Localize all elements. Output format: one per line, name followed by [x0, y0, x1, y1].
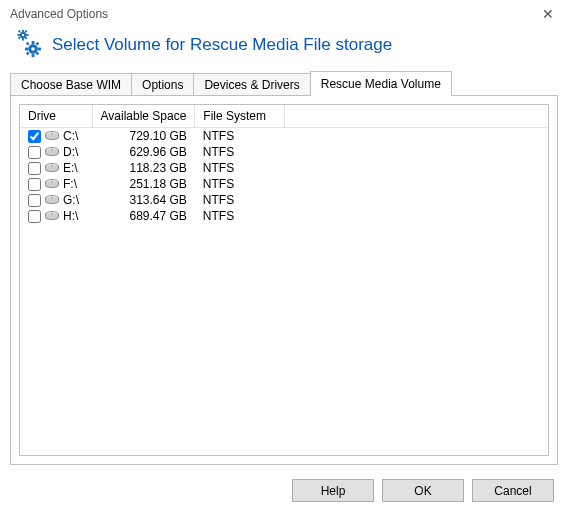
disk-icon — [44, 146, 60, 158]
table-row[interactable]: H:\689.47 GBNTFS — [20, 208, 548, 224]
tab-devices-drivers[interactable]: Devices & Drivers — [193, 73, 310, 96]
svg-rect-8 — [18, 30, 21, 33]
help-button[interactable]: Help — [292, 479, 374, 502]
ok-button[interactable]: OK — [382, 479, 464, 502]
svg-rect-13 — [38, 48, 41, 51]
drive-letter: G:\ — [63, 193, 79, 207]
drive-space: 313.64 GB — [92, 192, 195, 208]
svg-rect-5 — [25, 30, 28, 33]
drive-space: 118.23 GB — [92, 160, 195, 176]
tab-rescue-media-volume[interactable]: Rescue Media Volume — [310, 71, 452, 96]
table-row[interactable]: C:\729.10 GBNTFS — [20, 128, 548, 145]
cancel-button[interactable]: Cancel — [472, 479, 554, 502]
col-header-space[interactable]: Available Space — [92, 105, 195, 128]
svg-rect-12 — [25, 48, 28, 51]
drive-letter: C:\ — [63, 129, 78, 143]
col-header-drive[interactable]: Drive — [20, 105, 92, 128]
header: Select Volume for Rescue Media File stor… — [0, 26, 568, 70]
col-header-spacer — [285, 105, 548, 128]
svg-point-25 — [51, 181, 54, 182]
drive-checkbox[interactable] — [28, 178, 41, 191]
table-row[interactable]: E:\118.23 GBNTFS — [20, 160, 548, 176]
svg-point-0 — [21, 33, 25, 37]
svg-point-19 — [51, 133, 54, 134]
drive-fs: NTFS — [195, 128, 285, 145]
table-row[interactable]: D:\629.96 GBNTFS — [20, 144, 548, 160]
svg-rect-1 — [22, 30, 24, 32]
svg-rect-10 — [32, 41, 35, 44]
disk-icon — [44, 162, 60, 174]
drive-checkbox[interactable] — [28, 194, 41, 207]
svg-rect-17 — [26, 42, 30, 46]
titlebar: Advanced Options ✕ — [0, 0, 568, 26]
drive-fs: NTFS — [195, 160, 285, 176]
svg-point-21 — [51, 149, 54, 150]
disk-icon — [44, 178, 60, 190]
drive-space: 251.18 GB — [92, 176, 195, 192]
page-title: Select Volume for Rescue Media File stor… — [52, 35, 392, 55]
drive-table: Drive Available Space File System C:\729… — [20, 105, 548, 224]
close-icon[interactable]: ✕ — [538, 6, 558, 22]
drive-fs: NTFS — [195, 192, 285, 208]
svg-rect-4 — [26, 34, 28, 36]
svg-point-9 — [30, 46, 37, 53]
svg-point-27 — [51, 197, 54, 198]
col-header-fs[interactable]: File System — [195, 105, 285, 128]
drive-space: 629.96 GB — [92, 144, 195, 160]
disk-icon — [44, 130, 60, 142]
tabstrip: Choose Base WIMOptionsDevices & DriversR… — [0, 70, 568, 95]
drive-letter: F:\ — [63, 177, 77, 191]
svg-rect-15 — [26, 52, 30, 56]
dialog-buttons: Help OK Cancel — [0, 465, 568, 502]
svg-rect-6 — [18, 37, 21, 40]
drive-checkbox[interactable] — [28, 130, 41, 143]
tab-panel-rescue-media-volume: Drive Available Space File System C:\729… — [10, 95, 558, 465]
disk-icon — [44, 210, 60, 222]
drive-letter: E:\ — [63, 161, 78, 175]
svg-rect-2 — [22, 38, 24, 40]
drive-checkbox[interactable] — [28, 146, 41, 159]
tab-options[interactable]: Options — [131, 73, 194, 96]
svg-rect-3 — [18, 34, 20, 36]
tab-choose-base-wim[interactable]: Choose Base WIM — [10, 73, 132, 96]
drive-fs: NTFS — [195, 144, 285, 160]
drive-space: 729.10 GB — [92, 128, 195, 145]
drive-checkbox[interactable] — [28, 210, 41, 223]
drive-letter: D:\ — [63, 145, 78, 159]
svg-rect-14 — [36, 42, 40, 46]
table-row[interactable]: G:\313.64 GBNTFS — [20, 192, 548, 208]
disk-icon — [44, 194, 60, 206]
gear-icon — [12, 30, 42, 60]
drive-checkbox[interactable] — [28, 162, 41, 175]
drive-letter: H:\ — [63, 209, 78, 223]
window-title: Advanced Options — [10, 7, 108, 21]
svg-rect-11 — [32, 54, 35, 57]
drive-space: 689.47 GB — [92, 208, 195, 224]
drive-fs: NTFS — [195, 208, 285, 224]
drive-list[interactable]: Drive Available Space File System C:\729… — [19, 104, 549, 456]
drive-fs: NTFS — [195, 176, 285, 192]
svg-point-29 — [51, 213, 54, 214]
svg-point-23 — [51, 165, 54, 166]
table-row[interactable]: F:\251.18 GBNTFS — [20, 176, 548, 192]
